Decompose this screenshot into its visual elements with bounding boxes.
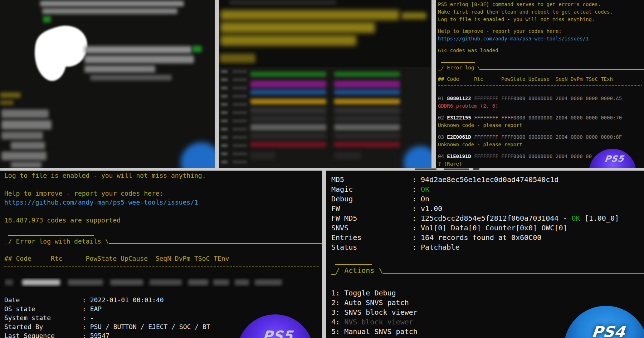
- patreon-logo-blob: [30, 24, 92, 92]
- error-code: E3122155: [447, 115, 471, 121]
- blurred-text: [1, 109, 49, 118]
- tab-label: Actions: [344, 266, 374, 275]
- error-code: E1E0191D: [447, 153, 471, 159]
- blurred-table-area: [219, 67, 431, 168]
- detail-row: OS state: EAP: [4, 305, 322, 314]
- codes-supported-line: 18.487.973 codes are supported: [4, 216, 322, 225]
- info-value: : 94d2ae8ec56e1e1ec0d0ad4740540c1d: [412, 175, 558, 184]
- status-ok: OK: [572, 214, 580, 222]
- stripe-yellow: [250, 99, 326, 104]
- info-label: FW MD5: [331, 214, 412, 223]
- tab-open: _/: [331, 266, 344, 275]
- error-desc: Unknown code - please report: [438, 122, 644, 129]
- redacted-error-row: [4, 278, 322, 287]
- stripe-magenta: [334, 80, 400, 88]
- info-label: Magic: [331, 185, 412, 194]
- menu-num: 3:: [331, 308, 344, 317]
- panel-divider-horizontal: [0, 168, 644, 171]
- status-ok: OK: [421, 185, 429, 194]
- blank-line: [4, 180, 322, 189]
- blurred-text: [84, 65, 155, 73]
- info-row: Entries: 164 records found at 0x60C00: [331, 233, 644, 243]
- help-line: Help to improve - report your codes here…: [4, 189, 322, 198]
- terminal-panel-errlog-details: Log to file is enabled - you will not mi…: [0, 171, 322, 338]
- stripe-light: [250, 124, 326, 131]
- tab-underline: [109, 243, 322, 244]
- blank-line: [438, 110, 644, 114]
- blank-line: [438, 129, 644, 133]
- stripe-green: [334, 72, 400, 77]
- blank-line: [438, 90, 644, 95]
- stripe-gray: [334, 107, 400, 114]
- info-value: : Vol[0] Data[0] Counter[0x0] OWC[0]: [412, 224, 567, 232]
- menu-label: Toggle Debug: [344, 289, 396, 297]
- stripe-light: [334, 124, 400, 131]
- blurred-text: [11, 162, 42, 168]
- blurred-text: [90, 75, 172, 80]
- detail-value: : 59547: [82, 332, 109, 338]
- blank-line: [438, 54, 644, 59]
- terminal-panel-errlog: PS5 errlog [0-3F] command serves to get …: [436, 0, 644, 168]
- log-enabled-line: Log to file is enabled - you will not mi…: [4, 171, 322, 180]
- error-desc: GDDR6 problem (2, 6): [438, 102, 644, 110]
- stripe-yellow: [334, 99, 400, 104]
- stripe-green: [250, 72, 326, 77]
- dashed-separator: [438, 83, 644, 90]
- github-issues-link[interactable]: https://github.com/andy-man/ps5-wee-tool…: [438, 36, 589, 41]
- detail-label: Last Sequence: [4, 332, 82, 338]
- stripe-gray: [334, 116, 400, 122]
- screenshot-collage: PS5 errlog [0-3F] command serves to get …: [0, 0, 644, 338]
- tab-open: _/: [4, 237, 16, 245]
- blurred-text-olive: [401, 12, 426, 19]
- row-num: 04: [438, 153, 447, 159]
- blurred-text-olive: [220, 22, 375, 33]
- stripe-dark: [250, 152, 275, 160]
- blank-line: [438, 43, 644, 47]
- error-desc-text: ? (Rare): [438, 161, 462, 167]
- info-label: MD5: [331, 175, 412, 184]
- blurred-text: [84, 55, 194, 63]
- blurred-row-numbers: [233, 70, 247, 165]
- blurred-text: [84, 46, 192, 53]
- ps4-logo-text: PS4: [586, 323, 626, 338]
- intro-line: Make first read then clean and reboot to…: [438, 8, 644, 16]
- blank-line: [4, 287, 322, 296]
- tab-underline: [383, 273, 644, 274]
- tab-overline: [438, 59, 644, 64]
- info-label: Status: [331, 243, 412, 252]
- detail-label: Started By: [4, 323, 82, 331]
- menu-num: 5:: [331, 327, 344, 336]
- blurred-text: [1, 152, 47, 160]
- info-value: : On: [412, 195, 429, 203]
- error-desc: Unknown code - please report: [438, 141, 644, 148]
- blurred-console-badge: [181, 142, 215, 168]
- error-row: 01 80801122 FFFFFFFF FFFF0000 00000000 2…: [438, 95, 644, 102]
- blurred-tab-olive: [220, 54, 255, 63]
- green-indicator-blur: [43, 16, 51, 23]
- info-label: Entries: [331, 233, 412, 242]
- info-row: Status: Patchable: [331, 243, 644, 253]
- blurred-row-numbers: [221, 70, 228, 165]
- tab-underline: [480, 69, 644, 70]
- help-line: Help to improve - report your codes here…: [438, 28, 644, 35]
- stripe-gray: [250, 116, 326, 122]
- divider-artifact: [473, 168, 479, 170]
- row-num: 03: [438, 134, 447, 140]
- blurred-text: [229, 1, 336, 4]
- error-desc-text: Unknown code - please report: [438, 142, 522, 147]
- error-code: E2E0061D: [447, 134, 471, 140]
- tab-error-log: _/ Error log \: [438, 64, 644, 71]
- panel-divider-vertical: [322, 171, 326, 338]
- detail-value: : -: [82, 314, 94, 322]
- menu-num: 2:: [331, 298, 344, 307]
- ps5-logo-text: PS5: [257, 328, 294, 338]
- error-row: 02 E3122155 FFFFFFFF FFFF0000 00000000 2…: [438, 114, 644, 122]
- menu-item-toggle-debug[interactable]: 1: Toggle Debug: [331, 289, 644, 298]
- github-issues-link[interactable]: https://github.com/andy-man/ps5-wee-tool…: [4, 199, 198, 206]
- info-label: Debug: [331, 195, 412, 204]
- divider-artifact: [415, 168, 436, 170]
- row-num: 01: [438, 95, 447, 101]
- blurred-panel-top-left: [0, 0, 215, 168]
- tab-overline: [4, 231, 322, 236]
- blurred-text-olive: [220, 10, 399, 20]
